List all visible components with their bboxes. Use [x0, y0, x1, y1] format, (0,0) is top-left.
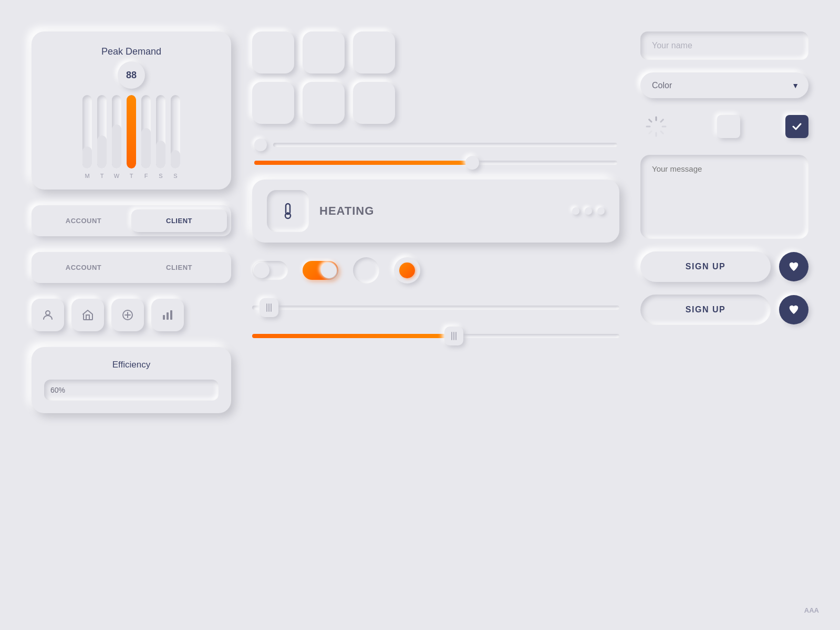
signup-button-1[interactable]: SIGN UP	[640, 251, 771, 282]
slider-1-wrap	[254, 139, 617, 151]
mid-column: HEATING	[252, 32, 619, 598]
heating-label: HEATING	[319, 204, 374, 218]
svg-line-13	[661, 131, 663, 133]
user-icon	[42, 309, 54, 321]
color-select[interactable]: Color Red Blue Green Orange	[640, 72, 808, 98]
sq-btn-6[interactable]	[353, 82, 395, 124]
slider-1-track[interactable]	[273, 143, 617, 147]
dot-3	[597, 207, 605, 215]
slider-2-thumb[interactable]	[465, 156, 479, 170]
sq-btn-5[interactable]	[303, 82, 345, 124]
peak-demand-card: Peak Demand 88 M T W	[32, 32, 231, 190]
bar-M: M	[82, 95, 92, 179]
toggle-1-off[interactable]	[252, 261, 288, 280]
home-icon-button[interactable]	[71, 299, 104, 331]
dot-1	[572, 207, 579, 215]
range-2-wrap	[252, 327, 619, 345]
right-column: Color Red Blue Green Orange ▼	[640, 32, 808, 598]
heating-icon-wrap	[267, 190, 309, 232]
page-wrapper: Peak Demand 88 M T W	[0, 0, 840, 630]
peak-value-bubble: 88	[118, 61, 145, 89]
bar-F: F	[141, 95, 151, 179]
sq-btn-2[interactable]	[303, 32, 345, 74]
home-icon	[81, 309, 94, 321]
square-buttons-grid	[252, 32, 619, 124]
svg-point-0	[46, 311, 50, 315]
aaa-logo: AAA	[804, 606, 819, 614]
user-icon-button[interactable]	[32, 299, 64, 331]
add-icon	[121, 309, 134, 321]
message-textarea[interactable]	[640, 155, 808, 239]
tab-client-1[interactable]: CLIENT	[131, 209, 227, 232]
add-icon-button[interactable]	[111, 299, 144, 331]
tab-group-1: ACCOUNT CLIENT	[32, 205, 231, 236]
chart-icon	[161, 309, 174, 321]
tab-client-2[interactable]: CLIENT	[131, 256, 227, 279]
color-select-wrap: Color Red Blue Green Orange ▼	[640, 72, 808, 98]
heart-button-2[interactable]	[779, 295, 808, 324]
svg-line-14	[661, 120, 663, 122]
radio-2-on[interactable]	[394, 257, 420, 284]
controls-row	[640, 111, 808, 142]
toggle-2-knob	[321, 262, 337, 278]
slider-1-thumb[interactable]	[254, 139, 267, 151]
signup-row-1: SIGN UP	[640, 251, 808, 282]
bar-S2: S	[171, 95, 180, 179]
name-input[interactable]	[640, 32, 808, 60]
svg-rect-3	[167, 312, 169, 320]
slider-2-wrap	[254, 161, 617, 165]
bars-container: M T W T F	[78, 95, 184, 179]
sq-btn-3[interactable]	[353, 32, 395, 74]
left-column: Peak Demand 88 M T W	[32, 32, 231, 598]
toggles-row	[252, 257, 619, 284]
efficiency-value: 60%	[50, 386, 65, 394]
checkbox-unchecked[interactable]	[717, 115, 740, 138]
range-2-handle[interactable]	[444, 327, 463, 345]
heart-button-1[interactable]	[779, 252, 808, 281]
range-1-track[interactable]	[252, 306, 619, 310]
radio-1-off[interactable]	[353, 257, 379, 284]
slider-section	[252, 139, 619, 165]
range-section	[252, 298, 619, 345]
tab-account-1[interactable]: ACCOUNT	[36, 209, 131, 232]
efficiency-title: Efficiency	[44, 360, 219, 370]
svg-rect-4	[170, 310, 172, 320]
checkmark-icon	[791, 120, 803, 133]
svg-rect-2	[163, 315, 165, 320]
tab-group-2: ACCOUNT CLIENT	[32, 252, 231, 283]
signup-button-2[interactable]: SIGN UP	[640, 295, 771, 325]
heart-icon-1	[788, 261, 800, 272]
dots-group	[572, 207, 605, 215]
svg-line-12	[649, 120, 651, 122]
range-2-track[interactable]	[252, 334, 619, 338]
slider-2-track[interactable]	[254, 161, 617, 165]
chart-area: 88 M T W T	[44, 61, 219, 179]
range-1-handle[interactable]	[260, 298, 278, 317]
progress-bar: 60%	[44, 380, 219, 401]
signup-row-2: SIGN UP	[640, 295, 808, 325]
bar-T1: T	[97, 95, 107, 179]
dot-2	[585, 207, 592, 215]
bar-T2: T	[127, 95, 136, 179]
heating-card: HEATING	[252, 180, 619, 243]
tab-account-2[interactable]: ACCOUNT	[36, 256, 131, 279]
chart-icon-button[interactable]	[151, 299, 184, 331]
heart-icon-2	[788, 304, 800, 316]
checkbox-checked[interactable]	[785, 115, 808, 138]
loading-spinner	[642, 113, 670, 140]
toggle-2-on[interactable]	[303, 261, 338, 280]
sq-btn-4[interactable]	[252, 82, 294, 124]
peak-demand-title: Peak Demand	[44, 46, 219, 57]
svg-line-15	[649, 131, 651, 133]
thermometer-icon	[278, 202, 297, 220]
efficiency-card: Efficiency 60%	[32, 347, 231, 413]
bar-W: W	[112, 95, 121, 179]
sq-btn-1[interactable]	[252, 32, 294, 74]
spinner-wrap	[640, 111, 672, 142]
icon-btn-row	[32, 299, 231, 331]
bar-S1: S	[156, 95, 165, 179]
range-1-wrap	[252, 298, 619, 317]
toggle-1-knob	[254, 262, 269, 278]
